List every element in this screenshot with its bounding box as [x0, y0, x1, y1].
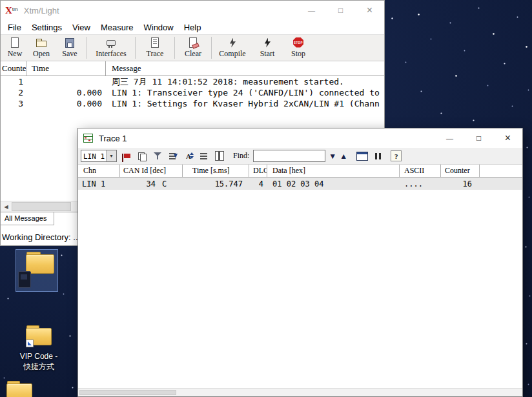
close-button[interactable]: ×: [493, 128, 522, 148]
interfaces-button[interactable]: Interfaces: [89, 35, 133, 61]
scroll-left-icon: ◀: [4, 204, 8, 210]
bolt-shape: [265, 38, 271, 48]
column-header-ascii[interactable]: ASCII: [400, 165, 441, 177]
dropdown-arrow-icon[interactable]: ▼: [106, 150, 116, 161]
sort-button[interactable]: [167, 150, 179, 162]
menu-window[interactable]: Window: [138, 21, 178, 34]
font-size-button[interactable]: A: [183, 150, 194, 162]
open-button[interactable]: Open: [28, 35, 55, 61]
help-button[interactable]: ?: [391, 150, 402, 161]
desktop-icon-folder-partial[interactable]: [4, 381, 34, 397]
cell-dlc: 4: [249, 178, 267, 190]
label-line-1: VIP Code -: [9, 351, 68, 361]
minimize-button[interactable]: —: [435, 128, 464, 148]
column-header-time[interactable]: Time [s.ms]: [183, 165, 249, 177]
column-header-message[interactable]: Message: [106, 61, 384, 76]
folder-icon: [6, 381, 32, 397]
pause-button[interactable]: [372, 150, 384, 162]
cell-chn: LIN 1: [78, 178, 120, 190]
main-toolbar: New Open Save Interfaces Trace: [1, 34, 384, 61]
cell-message: LIN 1: Settings for Kvaser Hybrid 2xCAN/…: [106, 99, 384, 108]
find-input[interactable]: [253, 150, 325, 162]
trace-toolbar: LIN 1 ▼ A Find: ▼ ▲ ?: [78, 148, 522, 165]
message-row[interactable]: 2 0.000 LIN 1: Transceiver type 24 ('CAN…: [1, 87, 384, 98]
window-title: Trace 1: [99, 134, 127, 143]
copy-button[interactable]: [136, 150, 148, 162]
flag-button[interactable]: [121, 150, 132, 162]
cell-message: LIN 1: Transceiver type 24 ('CANFD/LIN')…: [106, 88, 384, 97]
close-icon: ×: [367, 5, 373, 15]
cell-counter: 3: [1, 99, 26, 108]
column-header-time[interactable]: Time: [26, 61, 106, 76]
column-header-data[interactable]: Data [hex]: [267, 165, 400, 177]
layout-button[interactable]: [356, 150, 368, 162]
stop-sign-icon: STOP: [292, 37, 304, 48]
maximize-button[interactable]: □: [326, 1, 355, 20]
desktop-icon-folder-selected[interactable]: [15, 249, 58, 292]
maximize-icon: □: [476, 134, 481, 142]
open-folder-icon: [36, 37, 47, 48]
close-button[interactable]: ×: [355, 1, 384, 20]
menu-help[interactable]: Help: [179, 21, 207, 34]
window-controls: — □ ×: [435, 128, 522, 148]
dropdown-glyph: ▼: [109, 154, 114, 158]
filter-button[interactable]: [152, 150, 163, 162]
new-button[interactable]: New: [2, 35, 28, 61]
menu-bar: File Settings View Measure Window Help: [1, 20, 384, 34]
cell-ascii: ....: [400, 178, 441, 190]
xtm-app-logo: X tm: [5, 6, 18, 15]
cell-filler: [480, 178, 522, 190]
menu-view[interactable]: View: [67, 21, 96, 34]
find-next-button[interactable]: ▼: [329, 152, 336, 160]
column-header-filler: [480, 165, 522, 177]
toolbar-separator: [211, 37, 212, 59]
channel-select[interactable]: LIN 1 ▼: [81, 150, 117, 162]
compile-button[interactable]: Compile: [214, 35, 251, 61]
start-bolt-icon: [261, 37, 273, 48]
working-directory-status: Working Directory: ...: [2, 232, 80, 242]
sort-icon: [169, 152, 177, 160]
trace-empty-area: [78, 190, 522, 388]
column-split-button[interactable]: [214, 150, 225, 162]
trace-horizontal-scrollbar[interactable]: [78, 388, 522, 396]
window-layout-icon: [356, 152, 368, 161]
save-button[interactable]: Save: [55, 35, 85, 61]
desktop-icon-vip-code[interactable]: VIP Code - 快捷方式: [9, 323, 68, 376]
compile-bolt-icon: [227, 37, 238, 48]
maximize-button[interactable]: □: [464, 128, 493, 148]
trace-row[interactable]: LIN 1 34 C 15.747 4 01 02 03 04 .... 16: [78, 178, 522, 190]
menu-measure[interactable]: Measure: [96, 21, 139, 34]
message-row[interactable]: 3 0.000 LIN 1: Settings for Kvaser Hybri…: [1, 98, 384, 109]
stop-button[interactable]: STOP Stop: [283, 35, 313, 61]
toolbar-separator: [174, 37, 175, 59]
menu-file[interactable]: File: [3, 21, 26, 34]
column-header-chn[interactable]: Chn: [78, 165, 120, 177]
trace-button[interactable]: Trace: [138, 35, 172, 61]
scrollbar-thumb[interactable]: [12, 202, 71, 211]
column-header-can-id[interactable]: CAN Id [dec]: [120, 165, 183, 177]
can-flags-value: C: [162, 178, 167, 190]
message-row[interactable]: 1 周三 7月 11 14:01:52 2018: measurement st…: [1, 76, 384, 87]
goto-button[interactable]: [198, 150, 210, 162]
column-header-dlc[interactable]: DLC: [249, 165, 267, 177]
trace-titlebar[interactable]: Trace 1 — □ ×: [78, 128, 522, 148]
tab-all-messages[interactable]: All Messages: [1, 212, 54, 225]
clear-button[interactable]: Clear: [177, 35, 209, 61]
minimize-button[interactable]: —: [297, 1, 326, 20]
label-line-2: 快捷方式: [9, 361, 68, 372]
cell-message: 周三 7月 11 14:01:52 2018: measurement star…: [106, 76, 384, 88]
filter-icon: [154, 152, 161, 159]
main-titlebar[interactable]: X tm Xtm/Light — □ ×: [1, 1, 384, 20]
find-prev-button[interactable]: ▲: [340, 152, 347, 160]
cell-data: 01 02 03 04: [267, 178, 400, 190]
scrollbar-thumb[interactable]: [79, 390, 176, 395]
column-split-icon: [215, 151, 224, 161]
channel-select-value: LIN 1: [81, 150, 106, 161]
start-button[interactable]: Start: [251, 35, 283, 61]
folder-icon: [26, 252, 54, 274]
column-header-counter[interactable]: Counter: [1, 61, 26, 76]
scroll-left-button[interactable]: ◀: [1, 201, 12, 212]
cell-can-id: 34 C: [120, 178, 183, 190]
menu-settings[interactable]: Settings: [26, 21, 67, 34]
column-header-counter[interactable]: Counter: [441, 165, 480, 177]
